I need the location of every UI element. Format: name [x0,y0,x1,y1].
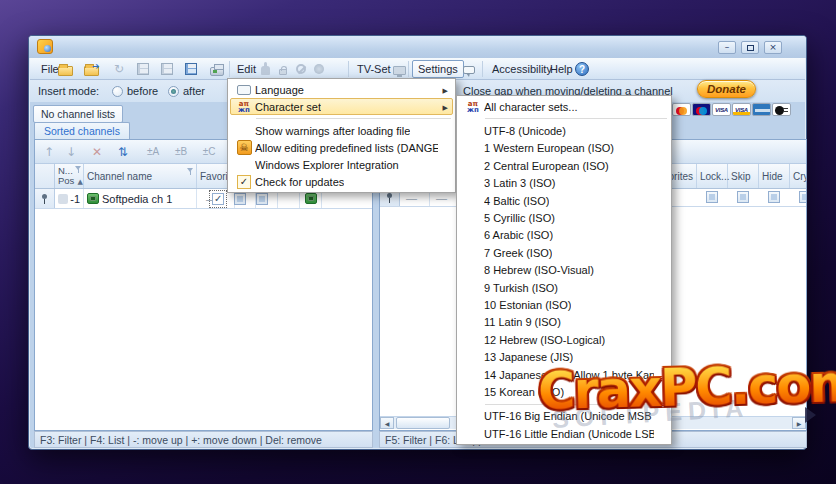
header-hide[interactable]: Hide [759,164,790,188]
menu-item[interactable]: 2 Central European (ISO) [459,157,669,174]
scroll-left-arrow[interactable]: ◀ [380,417,394,429]
save-as-icon[interactable] [158,61,176,77]
menu-item[interactable]: 10 Estonian (ISO) [459,296,669,313]
favorite-toggle-button[interactable]: ±B [169,142,193,161]
renumber-icon[interactable]: ⇅ [113,142,133,161]
filter-icon[interactable] [187,168,194,175]
checkbox[interactable] [234,193,246,205]
menu-item-label: 4 Baltic (ISO) [484,195,549,207]
delete-icon[interactable]: ✕ [87,142,107,161]
menu-item[interactable]: Check for updates [230,173,453,190]
menu-item[interactable]: Allow editing predefined lists (DANGEROU… [230,139,453,156]
menu-item-icon [462,384,484,399]
import-file-icon[interactable] [82,61,100,77]
header-channel-name[interactable]: Channel name [84,164,197,188]
favorite-toggle-button[interactable]: ±A [141,142,165,161]
menu-item[interactable]: UTF-8 (Unicode) [459,122,669,139]
move-down-icon[interactable]: ↓ [61,142,81,161]
channel-name-value: Softpedia ch 1 [102,193,172,205]
tab-sorted-channels[interactable]: Sorted channels [34,122,130,139]
menu-item-label: 6 Arabic (ISO) [484,229,553,241]
checkbox[interactable] [768,191,780,203]
scroll-right-arrow[interactable]: ▶ [792,417,806,429]
tv-icon[interactable] [390,61,408,77]
channel-name-cell[interactable]: Softpedia ch 1 [84,189,197,208]
no-channel-lists-button[interactable]: No channel lists [33,105,123,123]
menu-item[interactable]: 6 Arabic (ISO) [459,227,669,244]
menu-item[interactable]: 3 Latin 3 (ISO) [459,175,669,192]
checkbox[interactable] [737,191,749,203]
menu-item-label: Character set [255,101,321,113]
menu-item[interactable]: 7 Greek (ISO) [459,244,669,261]
menu-item[interactable]: 5 Cyrillic (ISO) [459,209,669,226]
radio-before-label[interactable]: before [127,85,158,97]
menu-item-icon [233,82,255,97]
header-skip[interactable]: Skip [728,164,759,188]
menu-item-label: 12 Hebrew (ISO-Logical) [484,334,605,346]
lock-icon[interactable] [274,61,292,77]
accept-icon[interactable] [256,61,274,77]
maximize-button[interactable] [741,41,759,54]
menu-item[interactable]: 9 Turkish (ISO) [459,279,669,296]
donate-button[interactable]: Donate [697,80,756,98]
menu-separator [230,115,453,122]
menu-item-icon [233,123,255,138]
menu-item[interactable]: All character sets... [459,98,669,115]
menu-separator [459,115,669,122]
minimize-button[interactable]: – [718,41,736,54]
menu-item[interactable]: 8 Hebrew (ISO-Visual) [459,262,669,279]
checkbox[interactable] [706,191,718,203]
menu-item-label: 8 Hebrew (ISO-Visual) [484,264,594,276]
block-icon[interactable] [292,61,310,77]
radio-after-label[interactable]: after [183,85,205,97]
menu-item-icon [462,367,484,382]
save-all-icon[interactable] [182,61,200,77]
app-icon[interactable] [37,39,53,54]
checkbox[interactable] [799,191,807,203]
menu-item-icon [462,176,484,191]
filter-icon[interactable] [75,166,82,173]
refresh-icon[interactable]: ↻ [110,61,128,77]
menu-help[interactable]: Help [547,62,576,76]
menu-item-label: All character sets... [484,101,578,113]
pin-icon [385,192,394,204]
menu-item-label: Show warnings after loading file [255,125,410,137]
pos-cell[interactable]: -1 [55,189,84,208]
menu-item[interactable]: 4 Baltic (ISO) [459,192,669,209]
menu-item-label: UTF-8 (Unicode) [484,125,566,137]
menu-settings[interactable]: Settings [412,60,464,78]
menu-item[interactable]: 12 Hebrew (ISO-Logical) [459,331,669,348]
speech-bubble-icon[interactable] [460,61,478,77]
menu-item-icon [462,193,484,208]
print-icon[interactable] [208,61,226,77]
header-lock[interactable]: Lock... [697,164,728,188]
menu-item[interactable]: Language [230,81,453,98]
menu-item[interactable]: Windows Explorer Integration [230,156,453,173]
menu-item[interactable]: 1 Western European (ISO) [459,140,669,157]
payment-icons: VISAVISA [672,103,791,116]
menu-item[interactable]: 11 Latin 9 (ISO) [459,314,669,331]
header-crypt[interactable]: Cryp... [790,164,807,188]
menu-accessibility[interactable]: Accessibility [489,62,555,76]
move-up-icon[interactable]: ↑ [39,142,59,161]
favorite-toggle-button[interactable]: ±C [197,142,221,161]
menu-item-icon [233,140,255,155]
help-circle-icon[interactable]: ? [573,61,591,77]
radio-before[interactable] [112,86,123,97]
scroll-thumb[interactable] [396,417,450,429]
menu-item-label: Check for updates [255,176,344,188]
menu-item[interactable]: Show warnings after loading file [230,122,453,139]
menu-tv-set[interactable]: TV-Set [354,62,394,76]
menu-item[interactable]: Character set [230,98,453,115]
save-icon[interactable] [134,61,152,77]
checkbox[interactable] [212,193,224,205]
open-file-icon[interactable] [56,61,74,77]
menu-item-label: Allow editing predefined lists (DANGEROU… [255,142,438,154]
record-icon[interactable] [310,61,328,77]
titlebar[interactable]: – × [29,36,806,58]
close-button[interactable]: × [764,41,782,54]
header-pos[interactable]: N... Pos▲ [55,164,84,188]
menu-item-icon [462,228,484,243]
radio-after[interactable] [168,86,179,97]
menu-item-label: 1 Western European (ISO) [484,142,614,154]
